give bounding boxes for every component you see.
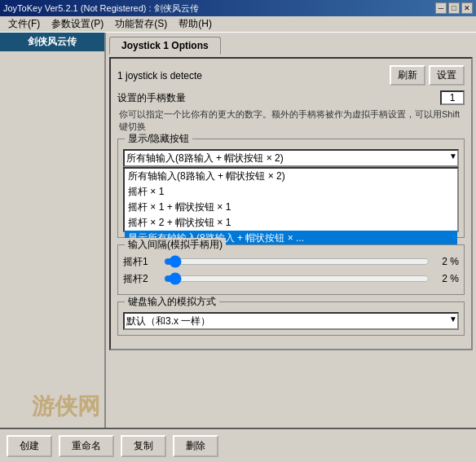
keyboard-mode-dropdown-container: 默认（和3.x 一样） ▼ [123,312,459,330]
list-item-2[interactable]: 摇杆 × 1 + 帽状按钮 × 1 [125,200,457,215]
main-layout: 剑侠风云传 游侠网 Joystick 1 Options 1 joystick … [0,33,476,428]
hide-buttons-group: 显示/隐藏按钮 所有轴输入(8路输入 + 帽状按钮 × 2) ▼ 所有轴输入(8… [117,139,465,238]
slider2-value: 2 % [434,273,459,284]
bottom-bar: 创建 重命名 复制 删除 [0,428,476,462]
slider1-row: 摇杆1 2 % [123,255,459,269]
keyboard-mode-dropdown[interactable]: 默认（和3.x 一样） [123,312,459,330]
axis-dropdown-container: 所有轴输入(8路输入 + 帽状按钮 × 2) ▼ [123,149,459,167]
input-interval-group: 输入间隔(模拟手柄用) 摇杆1 2 % 摇杆2 2 % [117,244,465,295]
keyboard-mode-content: 默认（和3.x 一样） ▼ [123,312,459,330]
joystick-count-row: 设置的手柄数量 [117,90,465,105]
title-bar-buttons: ─ □ ✕ [435,2,473,14]
axis-dropdown[interactable]: 所有轴输入(8路输入 + 帽状按钮 × 2) [123,149,459,167]
copy-button[interactable]: 复制 [121,435,166,457]
menu-file[interactable]: 文件(F) [3,15,45,33]
hide-buttons-legend: 显示/隐藏按钮 [125,132,192,146]
list-item-0[interactable]: 所有轴输入(8路输入 + 帽状按钮 × 2) [125,169,457,184]
hide-buttons-content: 所有轴输入(8路输入 + 帽状按钮 × 2) ▼ 所有轴输入(8路输入 + 帽状… [123,149,459,232]
minimize-button[interactable]: ─ [435,2,447,14]
create-button[interactable]: 创建 [7,435,52,457]
menu-settings[interactable]: 参数设置(P) [46,15,108,33]
title-bar: JoyToKey Ver5.2.1 (Not Registered) : 剑侠风… [0,0,476,16]
window-title: JoyToKey Ver5.2.1 (Not Registered) : 剑侠风… [3,2,199,15]
refresh-button[interactable]: 刷新 [390,65,425,86]
list-item-1[interactable]: 摇杆 × 1 [125,184,457,200]
menu-function[interactable]: 功能暂存(S) [110,15,172,33]
sidebar-watermark: 游侠网 [32,394,100,420]
maximize-button[interactable]: □ [448,2,460,14]
slider2-input[interactable] [164,272,430,285]
detect-row: 1 joystick is detecte 刷新 设置 [117,65,465,86]
keyboard-mode-legend: 键盘输入的模拟方式 [125,295,219,309]
delete-button[interactable]: 删除 [173,435,218,457]
menu-bar: 文件(F) 参数设置(P) 功能暂存(S) 帮助(H) [0,16,476,33]
joystick-count-label: 设置的手柄数量 [117,91,434,105]
axis-listbox[interactable]: 所有轴输入(8路输入 + 帽状按钮 × 2) 摇杆 × 1 摇杆 × 1 + 帽… [123,167,459,232]
sidebar: 剑侠风云传 游侠网 [0,33,106,428]
input-interval-content: 摇杆1 2 % 摇杆2 2 % [123,255,459,286]
close-button[interactable]: ✕ [461,2,473,14]
keyboard-mode-group: 键盘输入的模拟方式 默认（和3.x 一样） ▼ [117,301,465,336]
slider1-value: 2 % [434,256,459,267]
slider2-row: 摇杆2 2 % [123,272,459,286]
tab-strip: Joystick 1 Options [109,36,473,54]
input-interval-legend: 输入间隔(模拟手柄用) [125,238,226,252]
settings-button[interactable]: 设置 [429,65,465,86]
slider2-label: 摇杆2 [123,272,159,286]
rename-button[interactable]: 重命名 [59,435,114,457]
slider1-input[interactable] [164,255,430,268]
joystick-info-text: 你可以指定一个比你有的更大的数字。额外的手柄将被作为虚拟手柄设置，可以用Shif… [117,108,465,134]
sidebar-profile-label: 剑侠风云传 [0,33,104,51]
slider1-label: 摇杆1 [123,255,159,269]
joystick-options-panel: 1 joystick is detecte 刷新 设置 设置的手柄数量 你可以指… [109,57,473,350]
list-item-3[interactable]: 摇杆 × 2 + 帽状按钮 × 1 [125,215,457,231]
tab-joystick-1[interactable]: Joystick 1 Options [109,37,221,55]
content-area: Joystick 1 Options 1 joystick is detecte… [106,33,476,428]
menu-help[interactable]: 帮助(H) [174,15,217,33]
detect-text: 1 joystick is detecte [117,70,386,81]
joystick-count-input[interactable] [440,90,465,105]
